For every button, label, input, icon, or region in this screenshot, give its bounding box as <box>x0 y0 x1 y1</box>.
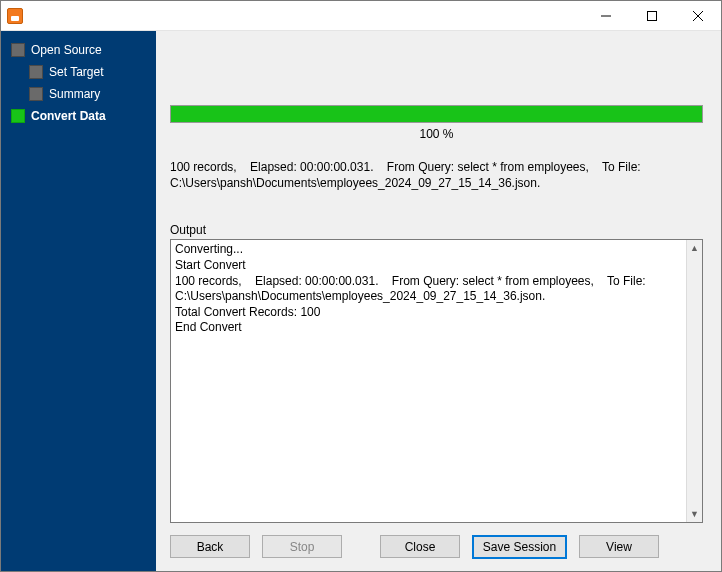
minimize-button[interactable] <box>583 1 629 30</box>
sidebar-item-convert-data[interactable]: Convert Data <box>1 105 156 127</box>
step-box-icon <box>11 43 25 57</box>
sidebar-item-label: Summary <box>49 87 100 101</box>
conversion-summary-text: 100 records, Elapsed: 00:00:00.031. From… <box>170 159 703 191</box>
spacer <box>354 535 368 559</box>
scroll-down-icon: ▼ <box>687 506 702 522</box>
sidebar-item-open-source[interactable]: Open Source <box>1 39 156 61</box>
output-scrollbar[interactable]: ▲ ▼ <box>686 240 702 522</box>
sidebar-item-label: Set Target <box>49 65 103 79</box>
main-panel: 100 % 100 records, Elapsed: 00:00:00.031… <box>156 31 721 571</box>
close-icon <box>693 11 703 21</box>
wizard-sidebar: Open Source Set Target Summary Convert D… <box>1 31 156 571</box>
step-box-icon <box>29 65 43 79</box>
output-label: Output <box>170 223 703 237</box>
step-box-icon <box>11 109 25 123</box>
sidebar-item-label: Open Source <box>31 43 102 57</box>
close-window-button[interactable] <box>675 1 721 30</box>
app-icon <box>7 8 23 24</box>
output-text[interactable]: Converting... Start Convert 100 records,… <box>171 240 686 522</box>
maximize-icon <box>647 11 657 21</box>
back-button[interactable]: Back <box>170 535 250 558</box>
progress-text: 100 % <box>170 127 703 141</box>
window-controls <box>583 1 721 30</box>
save-session-button[interactable]: Save Session <box>472 535 567 559</box>
svg-rect-1 <box>648 11 657 20</box>
sidebar-item-set-target[interactable]: Set Target <box>1 61 156 83</box>
body: Open Source Set Target Summary Convert D… <box>1 31 721 571</box>
sidebar-item-label: Convert Data <box>31 109 106 123</box>
scroll-up-icon: ▲ <box>687 240 702 256</box>
title-bar <box>1 1 721 31</box>
step-box-icon <box>29 87 43 101</box>
button-bar: Back Stop Close Save Session View <box>170 523 703 559</box>
app-window: Open Source Set Target Summary Convert D… <box>0 0 722 572</box>
minimize-icon <box>601 11 611 21</box>
progress-bar <box>170 105 703 123</box>
close-button[interactable]: Close <box>380 535 460 558</box>
maximize-button[interactable] <box>629 1 675 30</box>
spacer <box>170 31 703 105</box>
sidebar-item-summary[interactable]: Summary <box>1 83 156 105</box>
progress-group: 100 % <box>170 105 703 141</box>
title-bar-left <box>1 8 29 24</box>
output-box: Converting... Start Convert 100 records,… <box>170 239 703 523</box>
view-button[interactable]: View <box>579 535 659 558</box>
stop-button: Stop <box>262 535 342 558</box>
